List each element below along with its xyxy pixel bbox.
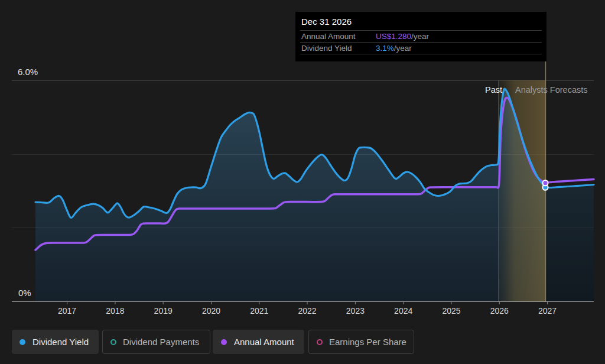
svg-text:2025: 2025 xyxy=(442,306,460,316)
svg-text:6.0%: 6.0% xyxy=(18,67,38,77)
svg-text:2024: 2024 xyxy=(394,306,412,316)
svg-text:2020: 2020 xyxy=(202,306,220,316)
svg-text:2026: 2026 xyxy=(490,306,509,316)
svg-text:2019: 2019 xyxy=(154,306,173,316)
svg-text:Past: Past xyxy=(485,85,502,95)
svg-text:2023: 2023 xyxy=(346,306,365,316)
svg-text:2027: 2027 xyxy=(538,306,557,316)
svg-text:Analysts Forecasts: Analysts Forecasts xyxy=(515,85,588,95)
svg-text:2021: 2021 xyxy=(250,306,268,316)
svg-text:2017: 2017 xyxy=(58,306,76,316)
svg-text:2018: 2018 xyxy=(106,306,124,316)
svg-text:2022: 2022 xyxy=(298,306,317,316)
svg-text:0%: 0% xyxy=(18,288,31,298)
